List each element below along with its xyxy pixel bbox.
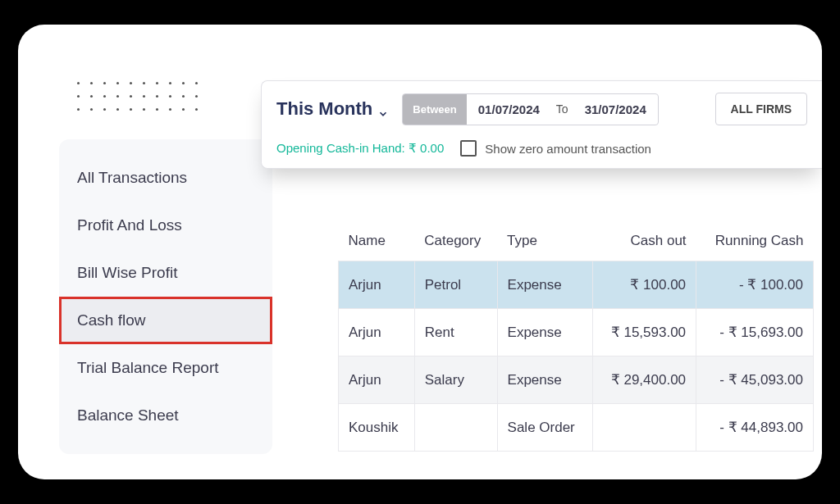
date-range: Between 01/07/2024 To 31/07/2024 [402, 93, 658, 125]
filter-sub-row: Opening Cash-in Hand: ₹ 0.00 Show zero a… [276, 140, 807, 157]
cell-name: Arjun [339, 261, 415, 309]
cell-type: Expense [497, 356, 592, 404]
report-sidebar: All Transactions Profit And Loss Bill Wi… [59, 139, 272, 454]
sidebar-item-balance-sheet[interactable]: Balance Sheet [59, 392, 272, 439]
cashflow-table-wrap: Name Category Type Cash out Running Cash… [338, 221, 814, 452]
col-cash-out[interactable]: Cash out [592, 221, 696, 261]
table-body: ArjunPetrolExpense₹ 100.00- ₹ 100.00Arju… [339, 261, 814, 452]
cell-running-cash: - ₹ 45,093.00 [696, 356, 814, 404]
table-header-row: Name Category Type Cash out Running Cash [339, 221, 814, 261]
cell-type: Expense [497, 309, 592, 356]
firms-dropdown[interactable]: ALL FIRMS [715, 93, 807, 125]
cell-name: Arjun [339, 356, 415, 404]
sidebar-item-profit-and-loss[interactable]: Profit And Loss [59, 202, 272, 249]
col-type[interactable]: Type [497, 221, 592, 261]
table-row[interactable]: ArjunRentExpense₹ 15,593.00- ₹ 15,693.00 [339, 309, 814, 356]
cell-cash-out [592, 404, 696, 452]
cell-cash-out: ₹ 29,400.00 [592, 356, 696, 404]
checkbox-icon [460, 140, 477, 157]
cell-cash-out: ₹ 15,593.00 [592, 309, 696, 356]
filter-bar: This Month Between 01/07/2024 To 31/07/2… [261, 80, 822, 169]
cell-category: Salary [414, 356, 497, 404]
cell-category: Rent [414, 309, 497, 356]
cell-category: Petrol [414, 261, 497, 309]
sidebar-item-cash-flow[interactable]: Cash flow [59, 297, 272, 344]
filter-top-row: This Month Between 01/07/2024 To 31/07/2… [276, 93, 807, 125]
date-to-label: To [551, 94, 573, 125]
cell-running-cash: - ₹ 100.00 [696, 261, 814, 309]
show-zero-toggle[interactable]: Show zero amount transaction [460, 140, 651, 157]
between-label: Between [403, 94, 466, 125]
sidebar-item-all-transactions[interactable]: All Transactions [59, 154, 272, 202]
cell-cash-out: ₹ 100.00 [592, 261, 696, 309]
opening-cash-label: Opening Cash-in Hand: ₹ 0.00 [276, 141, 444, 156]
app-frame: All Transactions Profit And Loss Bill Wi… [18, 25, 822, 479]
cell-name: Arjun [339, 309, 415, 356]
sidebar-item-bill-wise-profit[interactable]: Bill Wise Profit [59, 249, 272, 297]
cashflow-table: Name Category Type Cash out Running Cash… [338, 221, 814, 452]
sidebar-item-trial-balance-report[interactable]: Trial Balance Report [59, 344, 272, 392]
decorative-dots [77, 82, 200, 113]
table-row[interactable]: KoushikSale Order- ₹ 44,893.00 [339, 404, 814, 452]
table-row[interactable]: ArjunSalaryExpense₹ 29,400.00- ₹ 45,093.… [339, 356, 814, 404]
cell-category [414, 404, 497, 452]
table-row[interactable]: ArjunPetrolExpense₹ 100.00- ₹ 100.00 [339, 261, 814, 309]
date-to-input[interactable]: 31/07/2024 [573, 94, 658, 125]
col-name[interactable]: Name [339, 221, 415, 261]
cell-type: Expense [497, 261, 592, 309]
col-running-cash[interactable]: Running Cash [696, 221, 814, 261]
cell-name: Koushik [339, 404, 415, 452]
cell-type: Sale Order [497, 404, 592, 452]
chevron-down-icon [377, 103, 389, 115]
show-zero-label: Show zero amount transaction [485, 142, 651, 156]
cell-running-cash: - ₹ 15,693.00 [696, 309, 814, 356]
period-dropdown[interactable]: This Month [276, 98, 389, 120]
cell-running-cash: - ₹ 44,893.00 [696, 404, 814, 452]
period-label: This Month [276, 98, 372, 120]
col-category[interactable]: Category [414, 221, 497, 261]
date-from-input[interactable]: 01/07/2024 [467, 94, 551, 125]
